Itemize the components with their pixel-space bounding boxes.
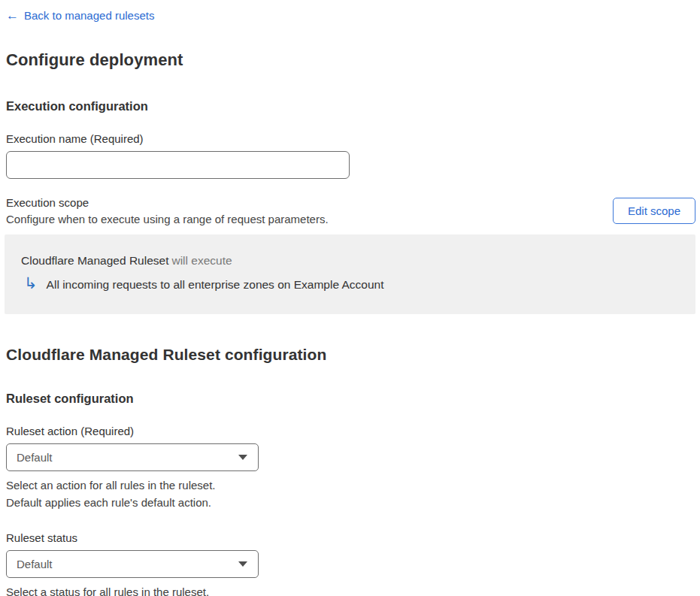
execution-scope-description: Configure when to execute using a range … — [6, 213, 329, 225]
ruleset-action-field: Ruleset action (Required) Default Select… — [6, 425, 695, 511]
summary-ruleset-name: Cloudflare Managed Ruleset — [21, 254, 168, 267]
ruleset-action-help: Select an action for all rules in the ru… — [6, 476, 695, 511]
page-title: Configure deployment — [6, 50, 695, 70]
ruleset-status-field: Ruleset status Default Select a status f… — [6, 531, 695, 596]
configure-deployment-page: ← Back to managed rulesets Configure dep… — [0, 0, 700, 596]
ruleset-status-select[interactable]: Default — [6, 550, 259, 578]
ruleset-action-select[interactable]: Default — [6, 443, 259, 471]
scope-summary-headline: Cloudflare Managed Rulesetwill execute — [21, 254, 679, 268]
ruleset-configuration-title: Cloudflare Managed Ruleset configuration — [6, 346, 695, 364]
execution-scope-label: Execution scope — [6, 196, 329, 209]
ruleset-configuration-subheading: Ruleset configuration — [6, 392, 695, 406]
back-arrow-icon: ← — [6, 9, 19, 22]
execution-configuration-heading: Execution configuration — [6, 99, 695, 113]
scope-summary-box: Cloudflare Managed Rulesetwill execute ↳… — [5, 234, 695, 314]
scope-summary-detail: ↳ All incoming requests to all enterpris… — [21, 277, 679, 292]
execution-name-label: Execution name (Required) — [6, 132, 695, 145]
ruleset-action-help-line-1: Select an action for all rules in the ru… — [6, 476, 695, 494]
execution-name-input[interactable] — [6, 151, 350, 179]
edit-scope-button[interactable]: Edit scope — [613, 198, 695, 224]
chevron-down-icon — [238, 561, 247, 567]
chevron-down-icon — [238, 455, 247, 460]
back-link[interactable]: ← Back to managed rulesets — [6, 9, 154, 22]
ruleset-status-label: Ruleset status — [6, 531, 695, 544]
execution-scope-text-block: Execution scope Configure when to execut… — [6, 196, 329, 225]
execution-name-field: Execution name (Required) — [6, 132, 695, 179]
summary-will-execute: will execute — [171, 254, 232, 267]
branch-arrow-icon: ↳ — [24, 275, 38, 291]
scope-summary-text: All incoming requests to all enterprise … — [47, 278, 384, 292]
ruleset-status-value: Default — [17, 558, 53, 570]
ruleset-action-help-line-2: Default applies each rule's default acti… — [6, 494, 695, 511]
back-link-label: Back to managed rulesets — [24, 9, 154, 22]
ruleset-action-value: Default — [17, 451, 53, 464]
ruleset-action-label: Ruleset action (Required) — [6, 425, 695, 437]
ruleset-status-help: Select a status for all rules in the rul… — [6, 583, 695, 596]
execution-scope-row: Execution scope Configure when to execut… — [6, 196, 695, 225]
